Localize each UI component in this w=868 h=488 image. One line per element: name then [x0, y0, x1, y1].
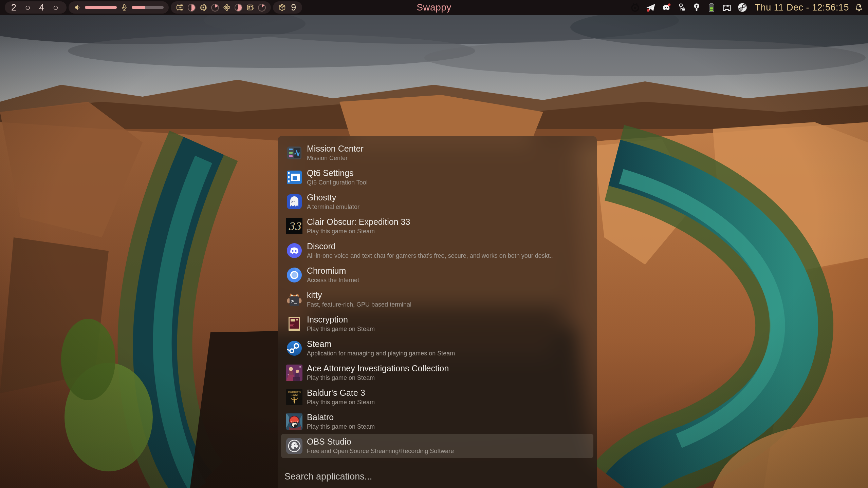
app-desc: Application for managing and playing gam…	[307, 350, 455, 357]
notification-bell-icon[interactable]	[854, 3, 863, 12]
vram-icon	[246, 3, 254, 12]
app-row-mission-center[interactable]: Mission CenterMission Center	[278, 141, 597, 165]
discord-tray-icon[interactable]	[661, 2, 671, 13]
app-row-clair-obscur[interactable]: 33 Clair Obscur: Expedition 33Play this …	[278, 214, 597, 238]
mission-center-icon	[286, 145, 302, 161]
app-row-balatro[interactable]: BalatroPlay this game on Steam	[278, 409, 597, 434]
cpu-icon	[199, 3, 207, 12]
app-row-ace-attorney[interactable]: Ace Attorney Investigations CollectionPl…	[278, 360, 597, 385]
window-title: Swappy	[417, 2, 451, 13]
app-name: Chromium	[307, 266, 359, 276]
app-row-discord[interactable]: DiscordAll-in-one voice and text chat fo…	[278, 238, 597, 263]
app-desc: Access the Internet	[307, 276, 359, 284]
app-name: Clair Obscur: Expedition 33	[307, 217, 410, 227]
gpu-icon	[223, 3, 231, 12]
app-name: Discord	[307, 241, 553, 251]
svg-text:33: 33	[288, 220, 301, 232]
app-desc: Play this game on Steam	[307, 374, 449, 382]
system-tray: Thu 11 Dec - 12:56:15	[630, 2, 863, 13]
baldurs-gate-3-icon: Baldur'sGate	[286, 389, 302, 405]
speaker-icon[interactable]	[74, 4, 81, 11]
audio-module	[69, 1, 169, 14]
app-desc: Play this game on Steam	[307, 423, 375, 431]
obs-studio-icon	[286, 438, 302, 454]
svg-text:Gate: Gate	[291, 393, 298, 397]
app-desc: Qt6 Configuration Tool	[307, 179, 368, 187]
app-name: Baldur's Gate 3	[307, 388, 375, 398]
ghostty-icon: >-	[286, 194, 302, 210]
app-desc: Mission Center	[307, 154, 364, 162]
ace-attorney-icon	[286, 365, 302, 381]
cpu-usage-pie	[211, 4, 219, 12]
updates-module[interactable]: 9	[273, 1, 302, 14]
app-name: Mission Center	[307, 144, 364, 154]
telegram-icon[interactable]	[646, 2, 656, 13]
battery-icon[interactable]	[707, 3, 716, 12]
vram-usage-pie	[258, 4, 266, 12]
app-row-baldurs-gate-3[interactable]: Baldur'sGate Baldur's Gate 3Play this ga…	[278, 385, 597, 409]
workspaces-module[interactable]: 2 ○ 4 ○	[5, 1, 67, 14]
volume-slider[interactable]	[85, 6, 117, 9]
app-row-chromium[interactable]: ChromiumAccess the Internet	[278, 263, 597, 287]
steelseries-icon[interactable]	[630, 2, 640, 13]
app-row-obs-studio[interactable]: OBS StudioFree and Open Source Streaming…	[281, 434, 593, 458]
steam-icon	[286, 340, 302, 356]
steam-tray-icon[interactable]	[737, 2, 747, 13]
system-monitor-module	[171, 1, 271, 14]
app-name: kitty	[307, 290, 411, 300]
ram-icon	[176, 3, 184, 12]
ram-usage-pie	[188, 4, 196, 12]
search-input[interactable]	[284, 471, 590, 482]
balatro-icon	[286, 413, 302, 430]
app-desc: Play this game on Steam	[307, 228, 410, 235]
app-name: Balatro	[307, 412, 375, 422]
app-row-ghostty[interactable]: >- GhosttyA terminal emulator	[278, 190, 597, 214]
mic-slider[interactable]	[132, 6, 164, 9]
app-list: Mission CenterMission Center Qt6 Setting…	[278, 136, 597, 458]
clock[interactable]: Thu 11 Dec - 12:56:15	[755, 2, 849, 13]
app-name: Ace Attorney Investigations Collection	[307, 364, 449, 373]
app-desc: All-in-one voice and text chat for gamer…	[307, 252, 553, 260]
chromium-icon	[286, 267, 302, 283]
keepassxc-icon[interactable]	[692, 3, 701, 12]
app-row-qt6-settings[interactable]: Qt6 SettingsQt6 Configuration Tool	[278, 165, 597, 190]
package-icon	[278, 3, 286, 12]
inscryption-icon	[286, 316, 302, 332]
app-name: Steam	[307, 339, 455, 349]
app-row-steam[interactable]: SteamApplication for managing and playin…	[278, 336, 597, 360]
app-name: Inscryption	[307, 315, 375, 325]
discord-icon	[286, 242, 302, 259]
svg-text:>_: >_	[291, 298, 297, 304]
svg-text:>-: >-	[291, 199, 296, 204]
gpu-usage-pie	[235, 4, 242, 12]
app-desc: A terminal emulator	[307, 203, 359, 211]
kitty-icon: >_	[286, 291, 302, 308]
app-row-inscryption[interactable]: InscryptionPlay this game on Steam	[278, 312, 597, 336]
search-area	[278, 471, 597, 488]
qt6-settings-icon	[286, 169, 302, 186]
ethernet-icon[interactable]	[722, 2, 732, 13]
app-desc: Free and Open Source Streaming/Recording…	[307, 447, 454, 455]
app-row-kitty[interactable]: >_ kittyFast, feature-rich, GPU based te…	[278, 287, 597, 312]
clair-obscur-icon: 33	[286, 218, 302, 234]
workspace-indicators[interactable]: 2 ○ 4 ○	[10, 3, 61, 12]
app-name: OBS Studio	[307, 437, 454, 447]
app-name: Ghostty	[307, 193, 359, 202]
app-desc: Play this game on Steam	[307, 325, 375, 333]
keyring-icon[interactable]	[677, 3, 686, 12]
microphone-icon[interactable]	[121, 4, 128, 11]
app-launcher: Mission CenterMission Center Qt6 Setting…	[278, 136, 597, 488]
app-desc: Fast, feature-rich, GPU based terminal	[307, 301, 411, 309]
app-name: Qt6 Settings	[307, 168, 368, 178]
updates-count: 9	[290, 3, 297, 12]
app-desc: Play this game on Steam	[307, 398, 375, 406]
top-bar: 2 ○ 4 ○ 9	[0, 0, 868, 15]
